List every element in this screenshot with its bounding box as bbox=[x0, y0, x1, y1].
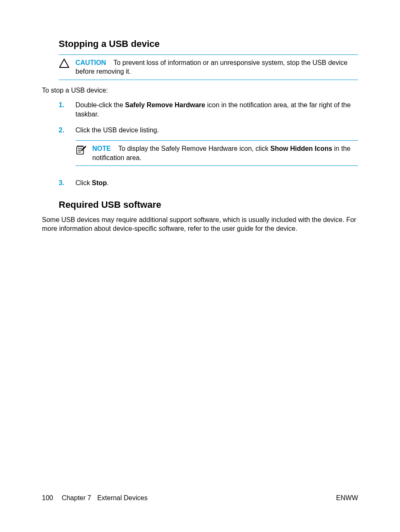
note-icon bbox=[75, 144, 87, 158]
heading-stopping-usb: Stopping a USB device bbox=[59, 38, 358, 50]
page-footer: 100 Chapter 7 External Devices ENWW bbox=[42, 493, 358, 503]
step1-text-a: Double-click the bbox=[75, 101, 125, 108]
step3-text-c: . bbox=[107, 179, 109, 186]
step3-bold: Stop bbox=[92, 179, 107, 186]
step-3: Click Stop. bbox=[42, 178, 358, 194]
note-text-a: To display the Safely Remove Hardware ic… bbox=[118, 145, 270, 152]
step3-text-a: Click bbox=[75, 179, 92, 186]
section2-para: Some USB devices may require additional … bbox=[42, 215, 358, 233]
caution-callout: CAUTION To prevent loss of information o… bbox=[59, 54, 358, 80]
steps-list: Double-click the Safely Remove Hardware … bbox=[42, 101, 358, 194]
note-bold: Show Hidden Icons bbox=[270, 145, 332, 152]
footer-right: ENWW bbox=[336, 493, 358, 503]
note-label: NOTE bbox=[92, 145, 111, 152]
step-1: Double-click the Safely Remove Hardware … bbox=[42, 101, 358, 125]
caution-icon bbox=[59, 58, 70, 71]
intro-text: To stop a USB device: bbox=[42, 86, 358, 95]
step1-bold: Safely Remove Hardware bbox=[125, 101, 205, 108]
note-callout: NOTE To display the Safely Remove Hardwa… bbox=[75, 140, 358, 166]
heading-required-usb-software: Required USB software bbox=[59, 199, 358, 211]
caution-label: CAUTION bbox=[75, 59, 106, 66]
step2-text: Click the USB device listing. bbox=[75, 127, 159, 134]
step-2: Click the USB device listing. bbox=[42, 126, 358, 179]
footer-chapter-title: External Devices bbox=[97, 494, 148, 501]
footer-page-number: 100 bbox=[42, 494, 53, 501]
footer-chapter: Chapter 7 bbox=[62, 494, 91, 501]
caution-text: To prevent loss of information or an unr… bbox=[75, 59, 348, 75]
